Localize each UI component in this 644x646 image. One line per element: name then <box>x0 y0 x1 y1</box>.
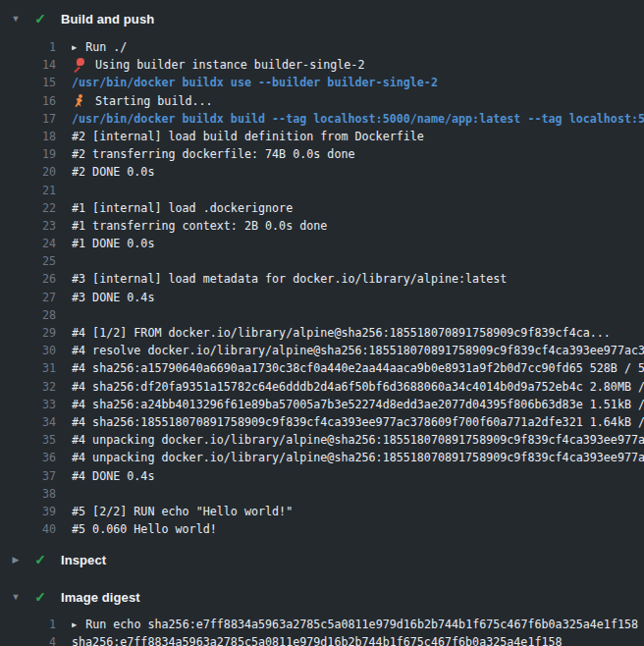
log-line: 26#3 [internal] load metadata for docker… <box>0 270 644 288</box>
log-text: #3 [internal] load metadata for docker.i… <box>72 270 644 288</box>
line-number[interactable]: 23 <box>0 217 56 235</box>
log-text: #4 unpacking docker.io/library/alpine@sh… <box>72 449 644 466</box>
line-number[interactable]: 19 <box>0 145 56 163</box>
line-number[interactable]: 20 <box>0 163 56 181</box>
step-header-build-and-push[interactable]: ▼✓Build and push <box>0 2 644 35</box>
line-number[interactable]: 17 <box>0 110 56 128</box>
log-text-content: #2 [internal] load build definition from… <box>72 128 424 145</box>
log-text-content: #1 DONE 0.0s <box>72 235 154 252</box>
log-text: sha256:e7ff8834a5963a2785c5a0811e979d16b… <box>72 633 644 646</box>
log-text-content: /usr/bin/docker buildx use --builder bui… <box>72 74 438 91</box>
log-text: ▶Run ./ <box>72 38 644 56</box>
log-text: #4 sha256:df20fa9351a15782c64e6dddb2d4a6… <box>72 378 644 396</box>
line-number[interactable]: 4 <box>0 633 56 646</box>
log-line: 32#4 sha256:df20fa9351a15782c64e6dddb2d4… <box>0 378 644 396</box>
log-text-content: #4 sha256:df20fa9351a15782c64e6dddb2d4a6… <box>72 378 644 396</box>
line-number[interactable]: 27 <box>0 289 56 306</box>
log-text: /usr/bin/docker buildx use --builder bui… <box>72 74 644 91</box>
log-line: 38 <box>0 485 644 503</box>
line-number[interactable]: 21 <box>0 182 56 199</box>
log-text-content: #4 unpacking docker.io/library/alpine@sh… <box>72 449 644 466</box>
log-body-image-digest: 1▶Run echo sha256:e7ff8834a5963a2785c5a0… <box>0 613 644 646</box>
group-toggle-icon[interactable]: ▶ <box>72 38 77 56</box>
log-line: 37#4 DONE 0.4s <box>0 467 644 485</box>
log-body-build-and-push: 1▶Run ./14Using builder instance builder… <box>0 35 644 544</box>
line-number[interactable]: 14 <box>0 56 56 74</box>
log-line: 40#5 0.060 Hello world! <box>0 520 644 538</box>
runner-icon <box>72 94 86 108</box>
line-number[interactable]: 1 <box>0 38 56 56</box>
log-line: 14Using builder instance builder-single-… <box>0 56 644 74</box>
log-text: #2 transferring dockerfile: 74B 0.0s don… <box>72 145 644 163</box>
line-number[interactable]: 29 <box>0 324 56 342</box>
log-text <box>72 182 644 199</box>
line-number[interactable]: 30 <box>0 342 56 359</box>
log-text-content: #2 transferring dockerfile: 74B 0.0s don… <box>72 145 355 163</box>
log-text: #4 sha256:185518070891758909c9f839cf4ca3… <box>72 413 644 431</box>
line-number[interactable]: 38 <box>0 485 56 503</box>
log-text: Starting build... <box>72 92 644 110</box>
step-title: Build and push <box>61 12 154 27</box>
log-line: 34#4 sha256:185518070891758909c9f839cf4c… <box>0 413 644 431</box>
log-text-content: #5 0.060 Hello world! <box>72 520 217 538</box>
chevron-right-icon[interactable]: ▶ <box>8 555 24 565</box>
log-text-content: #2 DONE 0.0s <box>72 163 154 181</box>
chevron-down-icon[interactable]: ▼ <box>8 14 24 24</box>
step-header-inspect[interactable]: ▶✓Inspect <box>0 544 644 575</box>
log-line: 18#2 [internal] load build definition fr… <box>0 128 644 145</box>
log-text-content: #5 [2/2] RUN echo "Hello world!" <box>72 503 293 520</box>
line-number[interactable]: 31 <box>0 359 56 377</box>
log-text <box>72 306 644 324</box>
log-text-content: sha256:e7ff8834a5963a2785c5a0811e979d16b… <box>72 633 563 646</box>
log-line: 31#4 sha256:a15790640a6690aa1730c38cf0a4… <box>0 359 644 377</box>
log-text <box>72 485 644 503</box>
log-text-content: #4 sha256:a24bb4013296f61e89ba57005a7b3e… <box>72 396 644 413</box>
workflow-log-viewer: ▼✓Build and push1▶Run ./14Using builder … <box>0 0 644 646</box>
log-line: 35#4 unpacking docker.io/library/alpine@… <box>0 431 644 449</box>
line-number[interactable]: 33 <box>0 396 56 413</box>
log-line: 1▶Run echo sha256:e7ff8834a5963a2785c5a0… <box>0 616 644 633</box>
group-toggle-icon[interactable]: ▶ <box>72 616 77 633</box>
log-text: #5 0.060 Hello world! <box>72 520 644 538</box>
line-number[interactable]: 37 <box>0 467 56 485</box>
line-number[interactable]: 32 <box>0 378 56 396</box>
line-number[interactable]: 28 <box>0 306 56 324</box>
log-line: 4sha256:e7ff8834a5963a2785c5a0811e979d16… <box>0 633 644 646</box>
log-line: 15/usr/bin/docker buildx use --builder b… <box>0 74 644 91</box>
chevron-down-icon[interactable]: ▼ <box>8 592 24 602</box>
line-number[interactable]: 24 <box>0 235 56 252</box>
log-text-content: Using builder instance builder-single-2 <box>95 56 364 74</box>
log-text-content: #3 DONE 0.4s <box>72 289 154 306</box>
line-number[interactable]: 15 <box>0 74 56 91</box>
line-number[interactable]: 16 <box>0 92 56 110</box>
log-text: #4 resolve docker.io/library/alpine@sha2… <box>72 342 644 359</box>
line-number[interactable]: 26 <box>0 270 56 288</box>
log-text-content: Run ./ <box>85 38 127 56</box>
log-line: 16Starting build... <box>0 92 644 110</box>
line-number[interactable]: 22 <box>0 199 56 217</box>
line-number[interactable]: 18 <box>0 128 56 145</box>
section-inspect: ▶✓Inspect <box>0 544 644 581</box>
line-number[interactable]: 34 <box>0 413 56 431</box>
line-number[interactable]: 35 <box>0 431 56 449</box>
log-text: #1 DONE 0.0s <box>72 235 644 252</box>
log-line: 30#4 resolve docker.io/library/alpine@sh… <box>0 342 644 359</box>
log-line: 33#4 sha256:a24bb4013296f61e89ba57005a7b… <box>0 396 644 413</box>
section-image-digest: ▼✓Image digest1▶Run echo sha256:e7ff8834… <box>0 581 644 646</box>
log-line: 36#4 unpacking docker.io/library/alpine@… <box>0 449 644 466</box>
log-line: 28 <box>0 306 644 324</box>
line-number[interactable]: 40 <box>0 520 56 538</box>
log-line: 24#1 DONE 0.0s <box>0 235 644 252</box>
step-title: Inspect <box>61 553 106 567</box>
log-text: #1 [internal] load .dockerignore <box>72 199 644 217</box>
log-text-content: #1 transferring context: 2B 0.0s done <box>72 217 327 235</box>
line-number[interactable]: 25 <box>0 252 56 270</box>
step-header-image-digest[interactable]: ▼✓Image digest <box>0 581 644 613</box>
line-number[interactable]: 39 <box>0 503 56 520</box>
log-text-content: #4 sha256:185518070891758909c9f839cf4ca3… <box>72 413 644 431</box>
log-line: 20#2 DONE 0.0s <box>0 163 644 181</box>
line-number[interactable]: 1 <box>0 616 56 633</box>
log-text: /usr/bin/docker buildx build --tag local… <box>72 110 644 128</box>
log-text: #4 sha256:a15790640a6690aa1730c38cf0a440… <box>72 359 644 377</box>
line-number[interactable]: 36 <box>0 449 56 466</box>
